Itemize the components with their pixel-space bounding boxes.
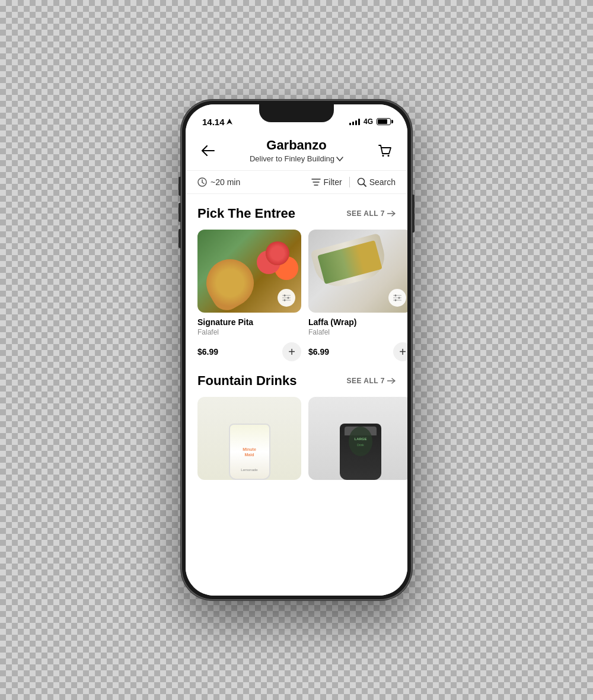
- filter-label: Filter: [324, 177, 342, 187]
- phone-screen: 14.14 4G: [186, 104, 407, 596]
- item-name-wrap: Laffa (Wrap): [308, 317, 407, 327]
- filter-button[interactable]: Filter: [311, 177, 342, 187]
- battery-fill: [378, 119, 387, 124]
- customize-wrap-button[interactable]: [388, 289, 406, 307]
- item-footer-pita: $6.99 +: [197, 342, 301, 361]
- svg-marker-0: [227, 119, 232, 125]
- item-card-dark-drink[interactable]: LARGE Drink: [308, 397, 407, 480]
- item-image-wrap: [308, 230, 407, 313]
- customize-pita-button[interactable]: [278, 289, 295, 307]
- item-image-pita: [197, 230, 301, 313]
- time-estimate: ~20 min: [197, 177, 240, 187]
- chevron-down-icon: [336, 157, 343, 161]
- svg-point-2: [382, 155, 384, 157]
- location-icon: [227, 119, 232, 125]
- back-arrow-icon: [202, 145, 215, 156]
- item-price-wrap: $6.99: [308, 347, 329, 357]
- svg-text:Drink: Drink: [357, 443, 364, 447]
- clock-icon: [197, 177, 207, 187]
- phone-frame: 14.14 4G: [181, 100, 412, 600]
- svg-point-3: [388, 155, 390, 157]
- item-price-pita: $6.99: [197, 347, 218, 357]
- drink-cup-mm: [229, 424, 270, 480]
- item-image-lemonade: [197, 397, 301, 480]
- notch: [259, 104, 334, 122]
- status-right: 4G: [349, 117, 391, 126]
- svg-line-11: [364, 184, 366, 186]
- filter-search-group: Filter Search: [311, 177, 396, 187]
- scroll-content: Pick The Entree SEE ALL 7: [186, 196, 407, 596]
- drinks-see-all-button[interactable]: SEE ALL 7: [346, 377, 396, 385]
- restaurant-name: Garbanzo: [219, 138, 374, 153]
- app-header: Garbanzo Deliver to Finley Building: [186, 131, 407, 168]
- drinks-title: Fountain Drinks: [197, 373, 296, 389]
- app-screen: Garbanzo Deliver to Finley Building: [186, 131, 407, 596]
- search-label: Search: [369, 177, 396, 187]
- time-text: ~20 min: [211, 177, 240, 187]
- cart-icon: [378, 144, 392, 157]
- entree-items-scroll: Signature Pita Falafel $6.99 +: [186, 230, 407, 361]
- svg-text:LARGE: LARGE: [354, 437, 366, 441]
- drinks-arrow-right-icon: [387, 378, 396, 384]
- item-name-pita: Signature Pita: [197, 317, 301, 327]
- add-pita-button[interactable]: +: [282, 342, 301, 361]
- item-subtitle-pita: Falafel: [197, 328, 301, 336]
- filter-icon: [311, 178, 321, 186]
- cart-button[interactable]: [374, 140, 396, 161]
- entree-see-all-button[interactable]: SEE ALL 7: [346, 209, 396, 218]
- svg-point-26: [349, 427, 372, 456]
- arrow-right-icon: [387, 211, 396, 217]
- network-label: 4G: [364, 117, 373, 126]
- back-button[interactable]: [197, 140, 219, 161]
- svg-line-6: [202, 183, 204, 184]
- customize-wrap-icon: [393, 294, 401, 302]
- entree-title: Pick The Entree: [197, 206, 295, 221]
- drinks-items-scroll: LARGE Drink: [186, 397, 407, 480]
- status-bar: 14.14 4G: [186, 104, 407, 131]
- filter-search-divider: [349, 177, 350, 187]
- header-title-area: Garbanzo Deliver to Finley Building: [219, 138, 374, 163]
- search-button[interactable]: Search: [357, 177, 396, 187]
- dark-drink-label: LARGE Drink: [346, 424, 375, 459]
- item-card-wrap[interactable]: Laffa (Wrap) Falafel $6.99 +: [308, 230, 407, 361]
- entree-section: Pick The Entree SEE ALL 7: [186, 206, 407, 361]
- signal-bars: [349, 118, 360, 125]
- add-wrap-button[interactable]: +: [393, 342, 407, 361]
- filter-bar: ~20 min Filter: [186, 170, 407, 194]
- item-footer-wrap: $6.99 +: [308, 342, 407, 361]
- drinks-section-header: Fountain Drinks SEE ALL 7: [186, 373, 407, 389]
- drinks-section: Fountain Drinks SEE ALL 7: [186, 373, 407, 480]
- item-card-signature-pita[interactable]: Signature Pita Falafel $6.99 +: [197, 230, 301, 361]
- drink-cup-dark: LARGE Drink: [340, 424, 381, 480]
- status-time: 14.14: [202, 117, 232, 127]
- item-card-lemonade[interactable]: [197, 397, 301, 480]
- customize-icon: [282, 294, 291, 302]
- search-icon: [357, 177, 366, 187]
- item-image-dark-drink: LARGE Drink: [308, 397, 407, 480]
- entree-section-header: Pick The Entree SEE ALL 7: [186, 206, 407, 221]
- deliver-to[interactable]: Deliver to Finley Building: [219, 154, 374, 163]
- battery-icon: [377, 118, 391, 125]
- item-subtitle-wrap: Falafel: [308, 328, 407, 336]
